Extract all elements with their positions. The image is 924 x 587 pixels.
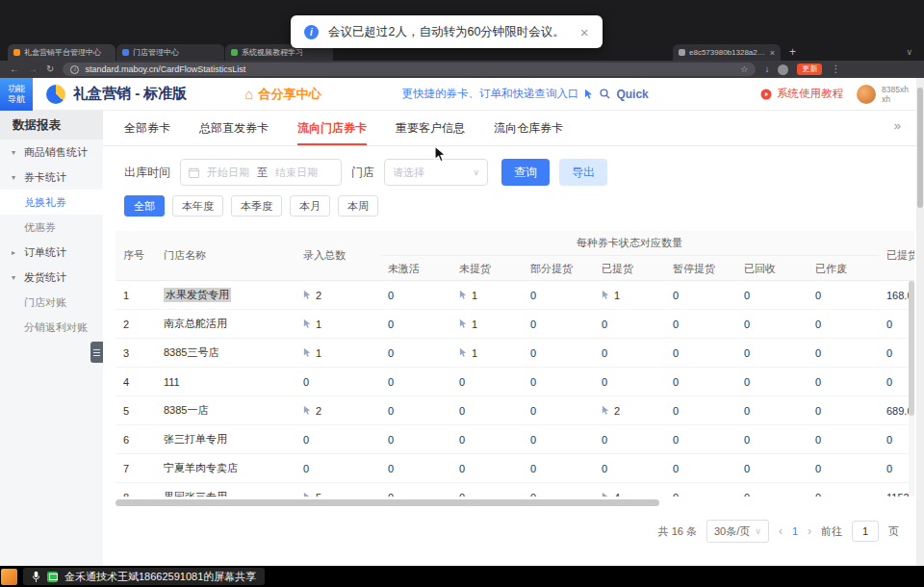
quick-range-chip[interactable]: 本周	[338, 195, 378, 217]
back-icon[interactable]: ←	[10, 64, 19, 74]
browser-tab[interactable]: 礼盒营销平台管理中心	[8, 44, 116, 61]
export-button[interactable]: 导出	[559, 159, 607, 186]
sidebar-item[interactable]: ▾券卡统计	[0, 165, 103, 190]
browser-address-bar: ← → ↻ i standard.maboy.cn/CardFlowStatis…	[0, 61, 924, 78]
cell-value: 0	[459, 434, 465, 446]
cell-value: 0	[530, 492, 536, 498]
function-nav-label: 功能	[8, 84, 25, 94]
table-row[interactable]: 38385三号店101000000	[116, 339, 914, 368]
content-tab[interactable]: 流向门店券卡	[297, 111, 367, 145]
cell-status[interactable]: 1	[451, 281, 523, 309]
share-center-link[interactable]: ⌂ 合分享中心	[244, 86, 321, 103]
table-row[interactable]: 1水果发货专用20101000168.0	[116, 281, 914, 310]
close-icon[interactable]: ×	[580, 24, 589, 40]
tab-close-icon[interactable]: ×	[770, 48, 775, 58]
browser-menu-icon[interactable]: ⋮	[831, 64, 840, 74]
table-vertical-scrollbar[interactable]	[909, 281, 914, 497]
cell-status[interactable]: 1	[451, 310, 523, 338]
page-scrollbar[interactable]	[916, 78, 924, 566]
refresh-icon[interactable]: ↻	[46, 64, 54, 74]
screen-share-bar: 金禾通技术王斌18662591081的屏幕共享	[0, 566, 924, 587]
sidebar-item[interactable]: ▾商品销售统计	[0, 140, 103, 165]
sidebar-item[interactable]: ▸订单统计	[0, 240, 103, 265]
site-info-icon[interactable]: i	[70, 65, 79, 74]
download-icon[interactable]: ↓	[764, 64, 769, 74]
cell-value: 0	[530, 463, 536, 474]
content-tab[interactable]: 全部券卡	[124, 111, 170, 145]
page-size-select[interactable]: 30条/页 ∨	[706, 520, 769, 543]
url-bar[interactable]: i standard.maboy.cn/CardFlowStatisticsLi…	[63, 63, 756, 76]
sidebar-item[interactable]: 分销返利对账	[0, 315, 103, 340]
jump-page-input[interactable]: 1	[852, 521, 879, 542]
next-page-button[interactable]: ›	[808, 524, 811, 538]
collapse-panel-button[interactable]: »	[894, 118, 901, 133]
cell-value: 0	[744, 463, 750, 474]
quick-entry-link[interactable]: 更快捷的券卡、订单和快递查询入口	[401, 87, 578, 101]
cell-status: 0	[808, 396, 879, 424]
quick-range-chip[interactable]: 全部	[124, 195, 165, 217]
table-row[interactable]: 7宁夏羊肉专卖店000000000	[116, 454, 914, 483]
cell-status[interactable]: 1	[594, 281, 665, 309]
cell-value: 0	[530, 376, 536, 388]
search-button[interactable]: 查询	[501, 159, 550, 186]
cell-status[interactable]: 4	[594, 483, 665, 497]
date-range-input[interactable]: 开始日期 至 结束日期	[180, 159, 342, 186]
cell-value: 0	[388, 492, 394, 498]
cell-total[interactable]: 2	[295, 281, 380, 309]
tab-title: 礼盒营销平台管理中心	[24, 47, 110, 58]
quick-range-chip[interactable]: 本季度	[231, 195, 282, 217]
cell-status: 0	[451, 396, 523, 424]
prev-page-button[interactable]: ‹	[779, 524, 783, 538]
end-date-placeholder[interactable]: 结束日期	[275, 166, 318, 180]
cell-value: 0	[815, 347, 821, 359]
new-tab-button[interactable]: +	[789, 45, 796, 59]
cell-total[interactable]: 1	[295, 310, 380, 338]
cell-status[interactable]: 1	[451, 339, 523, 367]
sidebar-item[interactable]: 门店对账	[0, 290, 103, 315]
browser-update-button[interactable]: 更新	[797, 64, 822, 75]
start-date-placeholder[interactable]: 开始日期	[207, 166, 249, 180]
cell-status: 0	[665, 396, 736, 424]
cell-status[interactable]: 2	[594, 396, 665, 424]
table-horizontal-scrollbar[interactable]	[116, 499, 914, 506]
pointer-icon	[459, 319, 468, 329]
page-number-current[interactable]: 1	[792, 525, 798, 537]
table-row[interactable]: 6张三打单专用000000000	[116, 425, 914, 454]
table-row[interactable]: 58385一店20002000689.0	[116, 396, 914, 425]
tab-search-chevron-icon[interactable]: ∨	[906, 47, 912, 57]
user-avatar[interactable]	[857, 85, 876, 104]
table-row[interactable]: 4111000000000	[116, 368, 914, 396]
browser-profile-avatar[interactable]	[778, 64, 788, 75]
bookmark-star-icon[interactable]: ☆	[740, 64, 748, 74]
content-tab[interactable]: 流向仓库券卡	[494, 111, 563, 145]
sidebar-collapse-handle[interactable]	[90, 342, 103, 363]
browser-tab[interactable]: e8c573980b1328a258fd2a6il×	[673, 44, 781, 61]
content-tab[interactable]: 总部直发券卡	[199, 111, 269, 145]
quick-range-chip[interactable]: 本月	[290, 195, 330, 217]
content-tab[interactable]: 重要客户信息	[396, 111, 465, 145]
sidebar-item[interactable]: ▾发货统计	[0, 265, 103, 290]
cell-status: 0	[380, 339, 451, 367]
table-row[interactable]: 8果园张三专用500040001152.0	[116, 483, 914, 497]
cell-status: 0	[380, 368, 451, 396]
sidebar-item[interactable]: 优惠券	[0, 215, 103, 240]
quick-label[interactable]: Quick	[616, 88, 648, 101]
cell-status: 0	[736, 396, 808, 424]
cell-total[interactable]: 1	[295, 339, 380, 367]
col-status: 已回收	[736, 256, 808, 281]
browser-tab[interactable]: 门店管理中心	[116, 44, 224, 61]
cell-total[interactable]: 2	[295, 396, 380, 424]
cell-value: 0	[388, 347, 394, 359]
tutorial-link[interactable]: 系统使用教程	[760, 87, 843, 101]
cell-total[interactable]: 5	[295, 483, 380, 497]
table-row[interactable]: 2南京总舵活用101000000	[116, 310, 914, 339]
cell-value: 2	[614, 405, 620, 417]
quick-range-chip[interactable]: 本年度	[172, 195, 223, 217]
forward-icon[interactable]: →	[28, 64, 38, 74]
cell-value: 0	[815, 376, 821, 388]
cell-status: 0	[594, 368, 665, 396]
url-text[interactable]: standard.maboy.cn/CardFlowStatisticsList	[85, 64, 734, 74]
sidebar-item[interactable]: 兑换礼券	[0, 190, 103, 215]
function-nav-button[interactable]: 功能 导航	[0, 78, 33, 111]
quick-filter-row: 全部本年度本季度本月本周	[124, 195, 916, 217]
